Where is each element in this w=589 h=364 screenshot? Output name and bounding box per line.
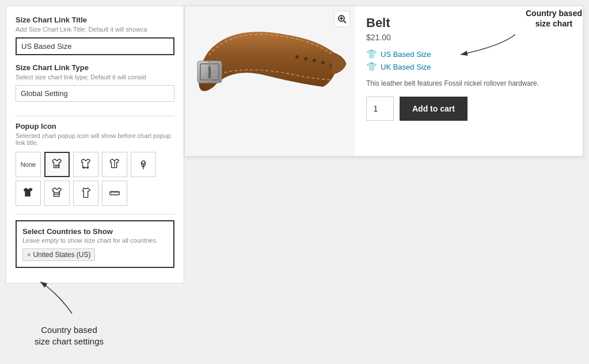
size-chart-link-title-input[interactable] bbox=[16, 37, 174, 55]
popup-icon-label: Popup Icon bbox=[16, 122, 174, 131]
icon-grid: None bbox=[16, 152, 174, 206]
size-chart-link-type-label: Size Chart Link Type bbox=[16, 63, 174, 72]
divider-1 bbox=[16, 116, 174, 116]
annotation-bottom-line2: size chart settings bbox=[35, 336, 104, 346]
size-chart-link-us[interactable]: 👕 US Based Size bbox=[366, 49, 571, 59]
product-description: This leather belt features Fossil nickel… bbox=[366, 79, 571, 89]
shirt-measure-icon bbox=[51, 158, 63, 171]
add-to-cart-button[interactable]: Add to cart bbox=[400, 97, 468, 121]
size-chart-link-uk[interactable]: 👕 UK Based Size bbox=[366, 62, 571, 72]
shirt-dark-icon bbox=[22, 187, 35, 200]
popup-icon-hint: Selected chart popup icon will show befo… bbox=[16, 132, 174, 146]
arrow-bottom-left bbox=[40, 282, 72, 313]
annotation-bottom-line1: Country based bbox=[41, 325, 97, 335]
pin-icon bbox=[137, 158, 150, 171]
size-chart-link-title-label: Size Chart Link Title bbox=[16, 16, 174, 24]
product-price: $21.00 bbox=[366, 33, 571, 42]
shirt-icon-uk: 👕 bbox=[366, 62, 377, 72]
countries-section: Select Countries to Show Leave empty to … bbox=[16, 220, 174, 268]
none-label: None bbox=[21, 161, 36, 168]
svg-point-25 bbox=[313, 59, 316, 62]
divider-2 bbox=[16, 214, 174, 214]
zoom-svg bbox=[337, 14, 347, 24]
size-chart-links: 👕 US Based Size 👕 UK Based Size bbox=[366, 49, 571, 72]
annotation-bottom: Country based size chart settings bbox=[35, 324, 104, 347]
icon-option-none[interactable]: None bbox=[16, 152, 41, 177]
svg-line-16 bbox=[344, 21, 346, 23]
quantity-input[interactable] bbox=[366, 97, 394, 121]
svg-point-26 bbox=[321, 61, 325, 64]
belt-image bbox=[185, 6, 355, 156]
shirt-side-icon bbox=[79, 187, 92, 200]
add-to-cart-row: Add to cart bbox=[366, 97, 571, 121]
country-tag-label: United States (US) bbox=[33, 251, 90, 259]
country-remove-icon: × bbox=[27, 251, 31, 258]
size-chart-link-type-hint: Select size chart link type; Default it … bbox=[16, 74, 174, 81]
product-panel: Belt $21.00 👕 US Based Size 👕 UK Based S… bbox=[184, 6, 583, 156]
product-image-area bbox=[185, 6, 355, 156]
icon-option-shirt-arrows[interactable] bbox=[73, 152, 98, 177]
country-tag-us[interactable]: × United States (US) bbox=[22, 248, 95, 261]
icon-option-shirt-table[interactable] bbox=[44, 181, 70, 206]
shirt-table-icon bbox=[51, 187, 63, 200]
shirt-icon-us: 👕 bbox=[366, 49, 377, 59]
settings-panel: Size Chart Link Title Add Size Chart Lin… bbox=[6, 6, 184, 283]
icon-option-shirt-front[interactable] bbox=[102, 152, 127, 177]
zoom-icon[interactable] bbox=[334, 11, 350, 27]
size-chart-link-us-label: US Based Size bbox=[381, 50, 431, 59]
icon-option-pin[interactable] bbox=[131, 152, 156, 177]
size-chart-link-title-hint: Add Size Chart Link Title; Default it wi… bbox=[16, 26, 174, 33]
icon-option-ruler[interactable] bbox=[102, 181, 127, 206]
countries-label: Select Countries to Show bbox=[22, 227, 168, 236]
size-chart-link-uk-label: UK Based Size bbox=[381, 63, 431, 71]
svg-point-24 bbox=[304, 57, 307, 60]
icon-option-shirt-side[interactable] bbox=[73, 181, 98, 206]
annotation-top-right-text: Country basedsize chart bbox=[526, 9, 582, 28]
ruler-icon bbox=[108, 187, 121, 200]
annotation-top-right: Country basedsize chart bbox=[526, 8, 582, 29]
shirt-front-icon bbox=[108, 158, 121, 171]
svg-point-5 bbox=[142, 161, 145, 164]
shirt-arrows-icon bbox=[79, 158, 92, 171]
icon-option-shirt-dark[interactable] bbox=[16, 181, 41, 206]
icon-option-shirt-measure[interactable] bbox=[44, 152, 70, 177]
countries-hint: Leave empty to show size chart for all c… bbox=[22, 237, 168, 244]
size-chart-link-type-input[interactable] bbox=[16, 85, 174, 102]
svg-point-23 bbox=[295, 55, 299, 59]
